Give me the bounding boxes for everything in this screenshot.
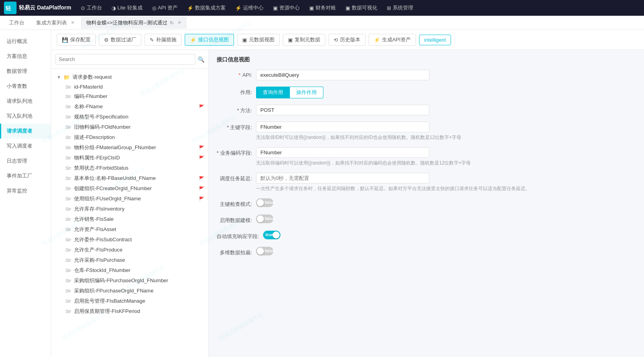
tab-workbench-label: 工作台	[9, 19, 24, 26]
enable-data-model-toggle[interactable]: false	[256, 215, 273, 223]
tree-field-item[interactable]: Str 基本单位:名称-FBaseUnitId_FName 🚩	[51, 173, 208, 183]
primary-key-input[interactable]	[256, 122, 429, 132]
nav-visualization-label: 数据可视化	[352, 4, 377, 11]
search-input[interactable]	[55, 54, 195, 65]
auto-fill-toggle[interactable]: true	[263, 231, 280, 239]
sidebar-item-write-queue[interactable]: 写入队列池	[0, 109, 51, 124]
nav-ops[interactable]: ⚡ 运维中心	[231, 0, 267, 16]
action-query-button[interactable]: 查询作用	[256, 87, 290, 98]
sidebar-item-inspector[interactable]: 小青查数	[0, 79, 51, 94]
tree-field-item[interactable]: Str 使用组织-FUseOrgId_FName 🚩	[51, 194, 208, 204]
sidebar-item-req-queue[interactable]: 请求队列池	[0, 94, 51, 109]
tree-field-item[interactable]: Str 允许资产-FIsAsset	[51, 224, 208, 235]
search-button[interactable]: 🔍	[198, 56, 204, 63]
field-name: 创建组织-FCreateOrgId_FNumber	[74, 185, 196, 192]
required-marker: *	[238, 72, 240, 78]
multi-dim-toggle[interactable]: false	[256, 247, 273, 255]
tab-material-detail-close[interactable]: ✕	[178, 20, 181, 25]
tree-field-item[interactable]: Str 启用批号管理-FIsBatchManage	[51, 296, 208, 306]
primary-key-check-label: false	[265, 200, 275, 205]
tree-field-item[interactable]: Str id-FMasterId	[51, 82, 208, 91]
lite-icon: ◑	[111, 5, 116, 11]
tree-field-item[interactable]: Str 物料属性-FErpClsID 🚩	[51, 153, 208, 163]
tree-field-item[interactable]: Str 允许生产-FIsProduce	[51, 245, 208, 255]
tree-field-item[interactable]: Str 允许采购-FIsPurchase	[51, 255, 208, 265]
nav-resources-label: 资源中心	[279, 4, 300, 11]
str-badge: Str	[65, 278, 71, 283]
nav-lite[interactable]: ◑ Lite 轻集成	[108, 0, 147, 16]
tree-field-item[interactable]: Str 描述-FDescription	[51, 132, 208, 142]
form-label-primary-key: * 主键字段:	[217, 122, 252, 131]
tree-field-item[interactable]: Str 规格型号-FSpecification	[51, 112, 208, 122]
nav-lite-label: Lite 轻集成	[117, 4, 143, 11]
field-name: id-FMasterId	[74, 84, 204, 90]
str-badge: Str	[65, 104, 71, 109]
tree-field-item[interactable]: Str 采购组织编码-FPurchaseOrgId_FNumber	[51, 276, 208, 286]
meta-view-label: 元数据视图	[249, 36, 275, 43]
tree-field-item[interactable]: Str 允许销售-FIsSale	[51, 214, 208, 224]
nav-sys-mgmt[interactable]: ⊞ 系统管理	[383, 0, 417, 16]
tree-field-item[interactable]: Str 允许库存-FIsInventory	[51, 204, 208, 214]
history-button[interactable]: ⟲ 历史版本	[328, 34, 366, 46]
form-row-primary-key-check: 主键检查模式: false	[217, 198, 636, 208]
nav-data-integration[interactable]: ⚡ 数据集成方案	[183, 0, 230, 16]
tree-field-item[interactable]: Str 仓库-FStockId_FNumber	[51, 265, 208, 276]
data-filter-button[interactable]: ⚙ 数据过滤厂	[99, 34, 141, 46]
action-operate-button[interactable]: 操作作用	[290, 87, 323, 98]
tree-field-item[interactable]: Str 允许委外-FIsSubContract	[51, 235, 208, 245]
tree-field-item[interactable]: Str 禁用状态-FForbidStatus	[51, 163, 208, 173]
str-badge: Str	[65, 94, 71, 99]
gen-api-button[interactable]: ⚡ 生成API资产	[369, 34, 416, 46]
nav-api[interactable]: ◎ API 资产	[148, 0, 182, 16]
nav-workbench[interactable]: ⊙ 工作台	[77, 0, 106, 16]
supplement-button[interactable]: ✎ 补漏措施	[145, 34, 182, 46]
ops-icon: ⚡	[235, 5, 241, 11]
logo-icon: 轻	[4, 2, 17, 14]
sidebar-item-event-factory[interactable]: 事件加工厂	[0, 168, 51, 183]
tree-field-item[interactable]: Str 启用保质期管理-FIsKFPeriod	[51, 306, 208, 316]
tab-refresh-icon[interactable]: ↻	[170, 20, 174, 26]
tree-root-node[interactable]: ▼ 📁 请求参数-request	[51, 72, 208, 82]
field-name: 允许库存-FIsInventory	[74, 205, 204, 213]
tree-field-item[interactable]: Str 采购组织-FPurchaseOrgId_FName	[51, 286, 208, 296]
nav-resources[interactable]: ▣ 资源中心	[269, 0, 304, 16]
tree-field-item[interactable]: Str 旧物料编码-FOldNumber	[51, 122, 208, 132]
history-label: 历史版本	[340, 36, 360, 43]
tab-solution-list-close[interactable]: ✕	[71, 20, 74, 25]
method-input[interactable]	[256, 105, 429, 115]
tree-field-item[interactable]: Str 名称-FName 🚩	[51, 102, 208, 112]
tab-solution-list[interactable]: 集成方案列表 ✕	[31, 17, 80, 29]
form-row-multi-dim: 多维数据拍扁: false	[217, 247, 636, 257]
tree-field-item[interactable]: Str 物料分组-FMaterialGroup_FNumber 🚩	[51, 142, 208, 153]
sidebar-item-req-debugger[interactable]: 请求调度者	[0, 124, 51, 139]
tree-field-item[interactable]: Str 创建组织-FCreateOrgId_FNumber 🚩	[51, 183, 208, 194]
biz-code-input[interactable]	[256, 147, 429, 158]
str-badge: Str	[65, 227, 71, 232]
tab-material-detail-label: 物料金蝶=>泛微物料应用--测试通过	[86, 19, 167, 26]
sidebar-item-anomaly[interactable]: 异常监控	[0, 183, 51, 198]
copy-meta-button[interactable]: ▣ 复制元数据	[283, 34, 325, 46]
nav-visualization[interactable]: ▣ 数据可视化	[341, 0, 381, 16]
tab-material-detail[interactable]: 物料金蝶=>泛微物料应用--测试通过 ↻ ✕	[81, 17, 186, 29]
primary-key-check-toggle[interactable]: false	[256, 198, 273, 207]
tab-workbench[interactable]: 工作台	[4, 17, 30, 29]
sidebar-item-log-mgmt[interactable]: 日志管理	[0, 154, 51, 168]
tree-field-item[interactable]: Str 编码-FNumber	[51, 91, 208, 102]
intelligent-button[interactable]: intelligent	[419, 35, 451, 45]
sidebar-item-solution-info[interactable]: 方案信息	[0, 49, 51, 64]
meta-view-button[interactable]: ▣ 元数据视图	[237, 34, 280, 46]
sidebar-item-write-debugger[interactable]: 写入调度者	[0, 139, 51, 154]
tab-solution-list-label: 集成方案列表	[36, 19, 67, 26]
save-config-button[interactable]: 💾 保存配置	[57, 34, 96, 46]
sidebar-item-overview[interactable]: 运行概况	[0, 34, 51, 49]
task-delay-input[interactable]	[256, 173, 429, 183]
enable-data-model-thumb	[257, 215, 264, 222]
interface-view-button[interactable]: ⚡ 接口信息视图	[185, 34, 234, 46]
copy-meta-icon: ▣	[288, 37, 293, 43]
field-name: 采购组织-FPurchaseOrgId_FName	[74, 287, 204, 294]
sidebar-item-data-mgmt[interactable]: 数据管理	[0, 64, 51, 79]
api-input[interactable]	[256, 70, 429, 80]
field-name: 允许委外-FIsSubContract	[74, 236, 204, 243]
nav-finance[interactable]: ▣ 财务对账	[305, 0, 340, 16]
primary-key-check-thumb	[257, 199, 264, 206]
